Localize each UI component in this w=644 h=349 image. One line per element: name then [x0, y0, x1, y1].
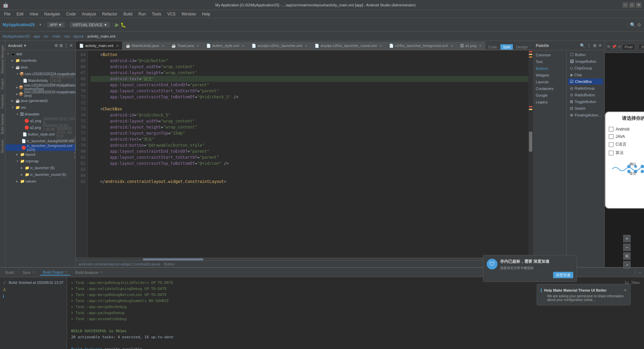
tree-item-mipmap[interactable]: ▼ 📁 mipmap [5, 158, 75, 164]
refresh-icon[interactable]: ↺ [618, 45, 621, 49]
menu-view[interactable]: View [27, 11, 41, 17]
menu-help[interactable]: Help [199, 11, 213, 17]
menu-run[interactable]: Run [136, 11, 149, 17]
panel-minimize-icon[interactable]: ─ [638, 270, 641, 275]
menu-window[interactable]: Window [179, 11, 199, 17]
close-sync-tab[interactable]: ✕ [32, 270, 35, 274]
tab-ic-launcher-round[interactable]: 📄 anydpi-v26\ic_launcher_round.xml ✕ [311, 42, 386, 50]
breadcrumb-file[interactable]: activity_main.xml [87, 34, 115, 38]
resource-manager-tab[interactable]: Resource Manager [0, 44, 5, 75]
palette-widget-button[interactable]: ☐ Button [568, 52, 603, 58]
tree-item-mainactivity[interactable]: 📄 MainActivity 2020/8/16 23:37, 2.49 kB … [5, 77, 75, 84]
favorites-tab[interactable]: Favorites [0, 93, 5, 110]
close-tab-mainactivity[interactable]: ✕ [162, 44, 164, 48]
tree-item-app[interactable]: ▼ 📱 app [5, 50, 75, 57]
palette-widget-imagebutton[interactable]: 🖼 ImageButton [568, 58, 603, 64]
panel-more-icon[interactable]: ⋮ [633, 270, 637, 275]
zoom-out-button[interactable]: − [623, 244, 631, 251]
maximize-button[interactable]: □ [629, 2, 635, 8]
close-tab-ic-launcher[interactable]: ✕ [305, 44, 308, 48]
palette-cat-text[interactable]: Text [533, 58, 566, 65]
palette-search-icon[interactable]: 🔍 [580, 43, 585, 48]
close-analyzer-tab[interactable]: ✕ [100, 270, 103, 274]
build-analyzer-link[interactable]: Build Analyzer results available [71, 346, 640, 349]
tree-item-drawable[interactable]: ▼ 🖼 drawable [5, 111, 75, 117]
code-content[interactable]: <Button android:id="@+id/button" android… [88, 50, 528, 258]
palette-cat-containers[interactable]: Containers [533, 85, 566, 92]
tree-item-button-style[interactable]: 📄 button_style.xml 2020/8/16 23:23, 241 … [5, 131, 75, 138]
palette-cat-legacy[interactable]: Legacy [533, 99, 566, 105]
close-tab-toast[interactable]: ✕ [197, 44, 199, 48]
tree-item-values[interactable]: ▶ 📁 values [5, 178, 75, 185]
palette-cat-widgets[interactable]: Widgets [533, 72, 566, 79]
structure-tab[interactable]: Structure [0, 138, 5, 155]
close-help-button[interactable]: ✕ [624, 288, 627, 293]
tree-item-layout[interactable]: ▶ 📁 layout [5, 151, 75, 158]
palette-cat-buttons[interactable]: Buttons [533, 65, 566, 72]
menu-navigate[interactable]: Navigate [42, 11, 63, 17]
tree-item-ic-launcher[interactable]: ▶ 📁 ic_launcher (6) [5, 164, 75, 171]
toolbar-settings[interactable]: ⚙ [637, 22, 641, 28]
debug-button[interactable]: 🐛 [120, 22, 126, 28]
tree-item-java-generated[interactable]: ▶ ☕ java (generated) [5, 97, 75, 104]
breadcrumb-res[interactable]: res [64, 34, 69, 38]
palette-widget-chip[interactable]: ◈ Chip [568, 72, 603, 78]
palette-close-icon[interactable]: ✕ [598, 43, 602, 48]
toolbar-search[interactable]: 🔍 [630, 22, 636, 28]
tree-item-java[interactable]: ▼ ☕ java [5, 64, 75, 70]
tab-ic-launcher[interactable]: 📄 anydpi-v26\ic_launcher.xml ✕ [248, 42, 311, 50]
close-tab-activity-main[interactable]: ✕ [116, 44, 119, 48]
notification-cta-button[interactable]: 深度加速 [553, 277, 573, 278]
menu-code[interactable]: Code [63, 11, 78, 17]
tree-item-a1png[interactable]: 🔴 a1.png 2020/8/16 23:17, 972 B [5, 117, 75, 124]
menu-file[interactable]: File [1, 11, 13, 17]
title-bar-controls[interactable]: ─ □ ✕ [623, 2, 641, 8]
tree-item-res[interactable]: ▼ 📁 res [5, 104, 75, 111]
android-dropdown[interactable]: Android ▼ [8, 44, 27, 48]
tree-item-ic-launcher-round[interactable]: ▶ 📁 ic_launcher_round (6) [5, 171, 75, 178]
build-variants-tab[interactable]: Build Variants [0, 112, 5, 136]
menu-analyze[interactable]: Analyze [79, 11, 99, 17]
palette-widget-chipgroup[interactable]: ◇ ChipGroup [568, 65, 603, 71]
expand-button[interactable]: ↗ [623, 261, 631, 267]
breadcrumb-main[interactable]: main [53, 34, 61, 38]
palette-more-icon[interactable]: ⋮ [587, 43, 591, 48]
tab-a1png[interactable]: 🖼 a1.png ✕ [457, 42, 486, 50]
palette-widget-togglebutton[interactable]: ⊠ ToggleButton [568, 99, 603, 105]
design-view-button[interactable]: Design [514, 44, 530, 50]
expand-icon[interactable]: ⊞ [59, 43, 63, 48]
menu-build[interactable]: Build [121, 11, 135, 17]
close-tab-a1png[interactable]: ✕ [479, 44, 482, 48]
palette-cat-layouts[interactable]: Layouts [533, 79, 566, 85]
tab-toast[interactable]: ☕ Toast.java ✕ [168, 42, 203, 50]
palette-expand-icon[interactable]: ⊞ [593, 43, 596, 48]
split-view-button[interactable]: Split [500, 44, 513, 50]
minimize-button[interactable]: ─ [623, 2, 628, 8]
tree-item-test[interactable]: ▶ 📦 com.c201801020224.myapplication (tes… [5, 91, 75, 97]
close-output-tab[interactable]: ✕ [65, 270, 67, 274]
breadcrumb-layout[interactable]: layout [73, 34, 83, 38]
palette-widget-fab[interactable]: ⊕ FloatingAction... [568, 112, 603, 118]
palette-widget-radiobutton[interactable]: ⊙ RadioButton [568, 92, 603, 98]
tab-button-style[interactable]: 📄 button_style.xml ✕ [203, 42, 248, 50]
project-tab[interactable]: Project [0, 78, 5, 91]
tree-item-androidtest[interactable]: ▶ 📦 com.c201801020224.myapplication (and… [5, 84, 75, 91]
pin-icon[interactable]: 📌 [612, 45, 616, 49]
device-selector[interactable]: Pixel [622, 44, 635, 50]
sync-icon[interactable]: ⚙ [54, 43, 58, 48]
build-tab-sync[interactable]: Sync ✕ [20, 270, 38, 275]
toolbar-app-config[interactable]: APP ▼ [47, 22, 65, 28]
palette-widget-checkbox[interactable]: ☑ CheckBox [568, 79, 603, 85]
close-tab-button-style[interactable]: ✕ [242, 44, 245, 48]
close-panel-icon[interactable]: ✕ [69, 43, 73, 48]
more-icon[interactable]: ⋮ [64, 43, 68, 48]
eye-icon[interactable]: 👁 [607, 45, 610, 49]
menu-refactor[interactable]: Refactor [100, 11, 120, 17]
tab-activity-main[interactable]: 📄 activity_main.xml ✕ [76, 42, 122, 50]
run-button[interactable]: ▶ [115, 21, 119, 28]
breadcrumb-project[interactable]: MyApplication25 [3, 34, 30, 38]
palette-widget-switch[interactable]: ⊟ Switch [568, 105, 603, 111]
breadcrumb-src[interactable]: src [44, 34, 49, 38]
tree-item-ic-launcher-fg[interactable]: 🔴 ic_launcher_foreground.xml (v24) 2020/… [5, 144, 75, 151]
tab-mainactivity[interactable]: ☕ MainActivity.java ✕ [122, 42, 168, 50]
